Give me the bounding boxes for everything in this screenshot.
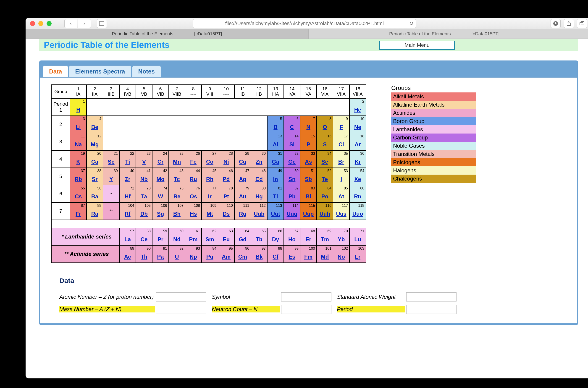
element-Li[interactable]: 3Li — [70, 116, 87, 133]
element-Cr[interactable]: 24Cr — [152, 150, 169, 168]
element-Pd[interactable]: 46Pd — [218, 168, 234, 185]
element-Pa[interactable]: 91Pa — [152, 245, 169, 263]
element-Zr[interactable]: 40Zr — [119, 168, 136, 185]
element-B[interactable]: 5B — [267, 116, 284, 133]
element-Eu[interactable]: 63Eu — [218, 228, 234, 245]
field-input[interactable] — [156, 292, 206, 301]
element-Xe[interactable]: 54Xe — [349, 168, 366, 185]
element-O[interactable]: 8O — [317, 116, 333, 133]
element-Lr[interactable]: 103Lr — [349, 245, 366, 263]
field-input[interactable] — [406, 305, 457, 314]
element-Cm[interactable]: 96Cm — [234, 245, 251, 263]
element-Ge[interactable]: 32Ge — [284, 150, 300, 168]
element-La[interactable]: 57La — [119, 228, 136, 245]
element-V[interactable]: 23V — [136, 150, 152, 168]
element-Uus[interactable]: 117Uus — [333, 202, 349, 220]
element-Cd[interactable]: 48Cd — [251, 168, 267, 185]
element-He[interactable]: 2He — [349, 98, 366, 116]
tab-notes[interactable]: Notes — [132, 66, 161, 77]
forward-button[interactable]: › — [78, 19, 91, 28]
element-Kr[interactable]: 36Kr — [349, 150, 366, 168]
element-Cf[interactable]: 98Cf — [267, 245, 284, 263]
element-Ti[interactable]: 22Ti — [119, 150, 136, 168]
element-Th[interactable]: 90Th — [136, 245, 152, 263]
element-Na[interactable]: 11Na — [70, 133, 87, 150]
browser-tab-0[interactable]: Periodic Table of the Elements ---------… — [25, 29, 309, 39]
element-Au[interactable]: 79Au — [234, 185, 251, 202]
element-Uut[interactable]: 113Uut — [267, 202, 284, 220]
element-Ag[interactable]: 47Ag — [234, 168, 251, 185]
element-Uup[interactable]: 115Uup — [300, 202, 317, 220]
element-P[interactable]: 15P — [300, 133, 317, 150]
field-input[interactable] — [406, 292, 457, 301]
minimize-button[interactable] — [38, 21, 43, 26]
element-Rf[interactable]: 104Rf — [119, 202, 136, 220]
element-Sn[interactable]: 50Sn — [284, 168, 300, 185]
element-Uuh[interactable]: 116Uuh — [317, 202, 333, 220]
tab-data[interactable]: Data — [43, 66, 68, 77]
element-Pu[interactable]: 94Pu — [201, 245, 218, 263]
element-S[interactable]: 16S — [317, 133, 333, 150]
element-Bi[interactable]: 83Bi — [300, 185, 317, 202]
share-button[interactable] — [564, 19, 574, 28]
element-Co[interactable]: 27Co — [201, 150, 218, 168]
element-Tl[interactable]: 81Tl — [267, 185, 284, 202]
element-Lu[interactable]: 71Lu — [349, 228, 366, 245]
element-Ga[interactable]: 31Ga — [267, 150, 284, 168]
element-Ni[interactable]: 28Ni — [218, 150, 234, 168]
element-Ir[interactable]: 77Ir — [201, 185, 218, 202]
element-No[interactable]: 102No — [333, 245, 349, 263]
element-Ba[interactable]: 56Ba — [87, 185, 103, 202]
element-Mn[interactable]: 25Mn — [169, 150, 185, 168]
element-Ar[interactable]: 18Ar — [349, 133, 366, 150]
element-Mg[interactable]: 12Mg — [87, 133, 103, 150]
element-**[interactable]: ** — [103, 202, 119, 220]
element-Ca[interactable]: 20Ca — [87, 150, 103, 168]
element-Hg[interactable]: 80Hg — [251, 185, 267, 202]
browser-tab-1[interactable]: Periodic Table of the Elements ---------… — [309, 29, 580, 39]
element-C[interactable]: 6C — [284, 116, 300, 133]
element-Os[interactable]: 76Os — [185, 185, 201, 202]
element-Uub[interactable]: 112Uub — [251, 202, 267, 220]
element-Mt[interactable]: 109Mt — [201, 202, 218, 220]
element-In[interactable]: 49In — [267, 168, 284, 185]
element-W[interactable]: 74W — [152, 185, 169, 202]
element-Db[interactable]: 105Db — [136, 202, 152, 220]
element-Es[interactable]: 99Es — [284, 245, 300, 263]
element-Ce[interactable]: 58Ce — [136, 228, 152, 245]
element-Br[interactable]: 35Br — [333, 150, 349, 168]
element-F[interactable]: 9F — [333, 116, 349, 133]
element-Re[interactable]: 75Re — [169, 185, 185, 202]
element-As[interactable]: 33As — [300, 150, 317, 168]
element-Yb[interactable]: 70Yb — [333, 228, 349, 245]
element-Gd[interactable]: 64Gd — [234, 228, 251, 245]
maximize-button[interactable] — [47, 21, 51, 26]
element-Hs[interactable]: 108Hs — [185, 202, 201, 220]
element-Fr[interactable]: 87Fr — [70, 202, 87, 220]
element-Bk[interactable]: 97Bk — [251, 245, 267, 263]
element-Be[interactable]: 4Be — [87, 116, 103, 133]
element-Sr[interactable]: 38Sr — [87, 168, 103, 185]
element-U[interactable]: 92U — [169, 245, 185, 263]
tab-spectra[interactable]: Elements Spectra — [69, 66, 131, 77]
element-Se[interactable]: 34Se — [317, 150, 333, 168]
element-Uuq[interactable]: 114Uuq — [284, 202, 300, 220]
element-Sg[interactable]: 106Sg — [152, 202, 169, 220]
element-Mo[interactable]: 42Mo — [152, 168, 169, 185]
element-Md[interactable]: 101Md — [317, 245, 333, 263]
element-Po[interactable]: 84Po — [317, 185, 333, 202]
element-Pm[interactable]: 61Pm — [185, 228, 201, 245]
main-menu-button[interactable]: Main Menu — [379, 41, 455, 50]
element-Sm[interactable]: 62Sm — [201, 228, 218, 245]
element-Sb[interactable]: 51Sb — [300, 168, 317, 185]
element-Fm[interactable]: 100Fm — [300, 245, 317, 263]
close-button[interactable] — [30, 21, 35, 26]
element-Ra[interactable]: 88Ra — [87, 202, 103, 220]
element-Cs[interactable]: 55Cs — [70, 185, 87, 202]
element-Zn[interactable]: 30Zn — [251, 150, 267, 168]
element-Nb[interactable]: 41Nb — [136, 168, 152, 185]
field-input[interactable] — [156, 305, 206, 314]
element-Np[interactable]: 93Np — [185, 245, 201, 263]
element-Tm[interactable]: 69Tm — [317, 228, 333, 245]
downloads-button[interactable] — [551, 19, 561, 28]
